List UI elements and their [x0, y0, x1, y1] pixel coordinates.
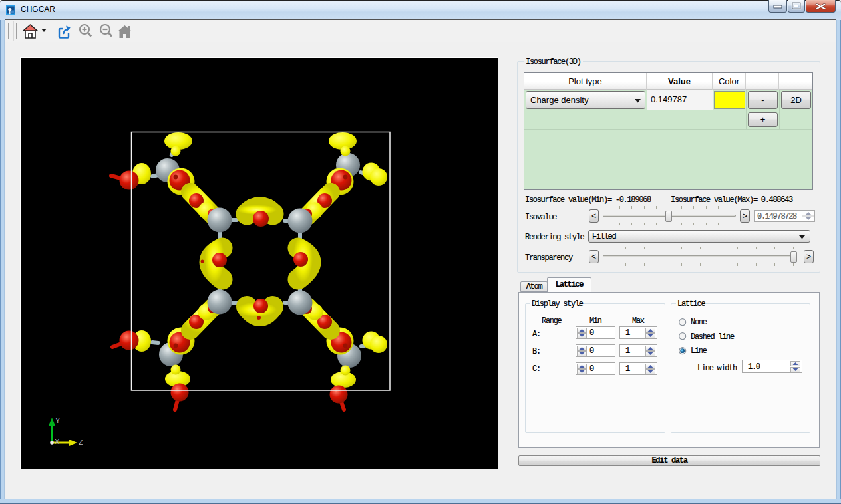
svg-text:Y: Y: [55, 416, 61, 424]
svg-text:X: X: [55, 438, 60, 445]
svg-text:Z: Z: [79, 438, 83, 446]
